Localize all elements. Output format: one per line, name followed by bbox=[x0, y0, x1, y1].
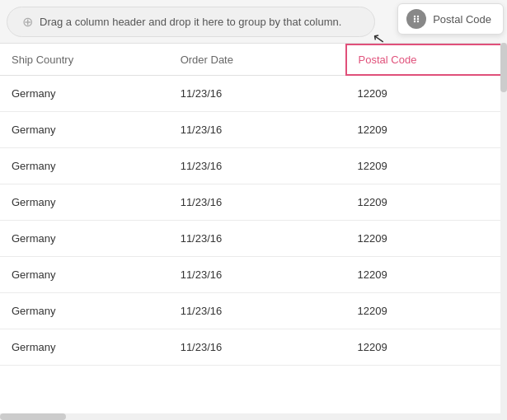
table-row: Germany11/23/1612209 bbox=[0, 75, 506, 112]
cell-postal-code: 12209 bbox=[346, 221, 506, 257]
postal-code-badge-label: Postal Code bbox=[433, 13, 491, 26]
table-row: Germany11/23/1612209 bbox=[0, 184, 506, 221]
cell-order-date: 11/23/16 bbox=[169, 184, 346, 221]
drag-hint-icon: ⊕ bbox=[22, 14, 33, 30]
cell-order-date: 11/23/16 bbox=[169, 112, 346, 148]
drag-hint-text: Drag a column header and drop it here to… bbox=[40, 16, 341, 28]
cell-postal-code: 12209 bbox=[346, 329, 506, 366]
cell-postal-code: 12209 bbox=[346, 184, 506, 221]
table-row: Germany11/23/1612209 bbox=[0, 112, 506, 148]
table-row: Germany11/23/1612209 bbox=[0, 329, 506, 366]
svg-point-5 bbox=[417, 21, 419, 22]
drag-group-banner: ⊕ Drag a column header and drop it here … bbox=[7, 7, 375, 37]
cell-postal-code: 12209 bbox=[346, 112, 506, 148]
svg-point-0 bbox=[414, 16, 415, 17]
horizontal-scrollbar-thumb[interactable] bbox=[0, 413, 66, 420]
cell-order-date: 11/23/16 bbox=[169, 221, 346, 257]
grip-icon bbox=[406, 9, 426, 29]
col-header-order-date[interactable]: Order Date bbox=[169, 44, 346, 75]
cell-postal-code: 12209 bbox=[346, 148, 506, 184]
cell-order-date: 11/23/16 bbox=[169, 329, 346, 366]
cell-order-date: 11/23/16 bbox=[169, 257, 346, 293]
table-row: Germany11/23/1612209 bbox=[0, 257, 506, 293]
cell-ship-country: Germany bbox=[0, 148, 169, 184]
cell-ship-country: Germany bbox=[0, 257, 169, 293]
data-grid: Ship Country Order Date Postal Code Germ… bbox=[0, 43, 507, 420]
vertical-scrollbar-track[interactable] bbox=[500, 43, 507, 420]
cell-order-date: 11/23/16 bbox=[169, 148, 346, 184]
vertical-scrollbar-thumb[interactable] bbox=[500, 43, 507, 92]
orders-table: Ship Country Order Date Postal Code Germ… bbox=[0, 44, 507, 366]
cell-order-date: 11/23/16 bbox=[169, 293, 346, 329]
cell-postal-code: 12209 bbox=[346, 75, 506, 112]
postal-code-drag-badge[interactable]: Postal Code bbox=[397, 3, 504, 35]
table-row: Germany11/23/1612209 bbox=[0, 221, 506, 257]
cell-postal-code: 12209 bbox=[346, 257, 506, 293]
svg-point-1 bbox=[417, 16, 419, 17]
cell-order-date: 11/23/16 bbox=[169, 75, 346, 112]
cell-ship-country: Germany bbox=[0, 75, 169, 112]
cell-ship-country: Germany bbox=[0, 221, 169, 257]
cell-ship-country: Germany bbox=[0, 293, 169, 329]
horizontal-scrollbar-track[interactable] bbox=[0, 413, 507, 420]
table-row: Germany11/23/1612209 bbox=[0, 148, 506, 184]
col-header-ship-country[interactable]: Ship Country bbox=[0, 44, 169, 75]
cell-ship-country: Germany bbox=[0, 184, 169, 221]
svg-point-2 bbox=[414, 18, 415, 20]
cell-ship-country: Germany bbox=[0, 329, 169, 366]
svg-point-4 bbox=[414, 21, 415, 22]
svg-point-3 bbox=[417, 18, 419, 20]
table-header-row: Ship Country Order Date Postal Code bbox=[0, 44, 506, 75]
cell-postal-code: 12209 bbox=[346, 293, 506, 329]
col-header-postal-code[interactable]: Postal Code bbox=[346, 44, 506, 75]
cell-ship-country: Germany bbox=[0, 112, 169, 148]
table-row: Germany11/23/1612209 bbox=[0, 293, 506, 329]
